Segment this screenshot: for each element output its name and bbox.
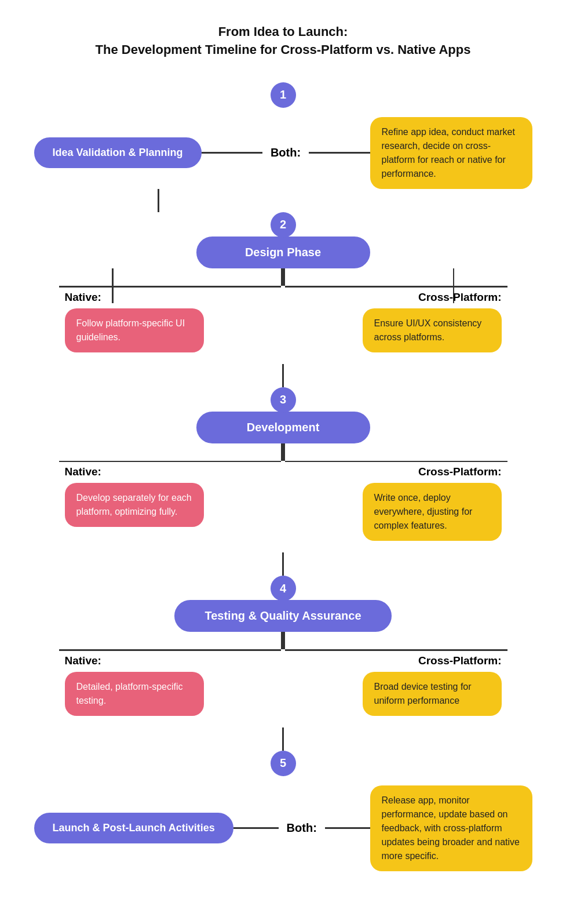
step4-wrapper: 4 Testing & Quality Assurance Native: De… (34, 576, 532, 716)
step4-label: Testing & Quality Assurance (174, 600, 391, 632)
step4-native-label: Native: (65, 654, 204, 667)
step3-native-desc: Develop separately for each platform, op… (65, 483, 204, 527)
step3-number: 3 (271, 387, 296, 413)
step2-number: 2 (271, 212, 296, 238)
step5-label: Launch & Post-Launch Activities (34, 813, 233, 843)
step3-label: Development (196, 412, 370, 443)
step5-both-row: Launch & Post-Launch Activities Both: Re… (34, 785, 532, 871)
step1-line-right (309, 152, 370, 154)
connector-2-3 (282, 364, 284, 387)
step2-cross-label: Cross-Platform: (418, 291, 502, 304)
step1-wrapper: 1 Idea Validation & Planning Both: Refin… (34, 82, 532, 189)
step1-number: 1 (271, 82, 296, 108)
step3-cross-desc: Write once, deploy everywhere, djusting … (363, 483, 502, 541)
step3-native-label: Native: (65, 465, 204, 478)
step1-label: Idea Validation & Planning (34, 137, 202, 168)
step4-number: 4 (271, 576, 296, 601)
connector-1-2 (158, 189, 159, 212)
step3-wrapper: 3 Development Native: Develop separately… (34, 387, 532, 541)
step2-wrapper: 2 Design Phase (34, 212, 532, 352)
step5-desc: Release app, monitor performance, update… (370, 785, 532, 871)
step4-cross-label: Cross-Platform: (418, 654, 502, 667)
step5-number: 5 (271, 751, 296, 776)
step2-native-desc: Follow platform-specific UI guidelines. (65, 308, 204, 352)
page-title: From Idea to Launch: The Development Tim… (96, 23, 471, 59)
step5-line-right (325, 827, 370, 829)
step5-wrapper: 5 Launch & Post-Launch Activities Both: … (34, 751, 532, 871)
step4-native-desc: Detailed, platform-specific testing. (65, 672, 204, 716)
connector-3-4 (282, 552, 284, 576)
flow-diagram: 1 Idea Validation & Planning Both: Refin… (34, 82, 532, 871)
connector-4-5 (282, 727, 284, 751)
step1-both-row: Idea Validation & Planning Both: Refine … (34, 117, 532, 189)
step1-both-label: Both: (262, 146, 309, 159)
step3-cross-label: Cross-Platform: (418, 465, 502, 478)
step1-line-left (202, 152, 262, 154)
step2-cross-desc: Ensure UI/UX consistency across platform… (363, 308, 502, 352)
step1-desc: Refine app idea, conduct market research… (370, 117, 532, 189)
step5-line-left (233, 827, 279, 829)
step4-cross-desc: Broad device testing for uniform perform… (363, 672, 502, 716)
step2-label: Design Phase (196, 237, 370, 268)
step2-native-label: Native: (65, 291, 204, 304)
step5-both-label: Both: (279, 821, 325, 835)
